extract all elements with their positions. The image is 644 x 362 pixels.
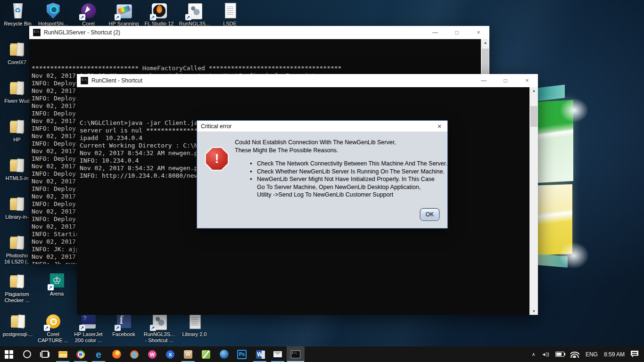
notepadpp-icon[interactable]	[197, 346, 215, 362]
scroll-up-icon[interactable]: ▲	[481, 41, 489, 45]
wifi-warning-icon[interactable]: ⚠	[570, 351, 579, 358]
desktop-top-row: ↗ Recycle Bin ↗ HotspotShi... ↗ Corel	[0, 2, 248, 27]
scrollbar-thumb[interactable]	[530, 106, 537, 127]
ok-button[interactable]: OK	[420, 208, 439, 221]
shortcut-arrow-icon: ↗	[150, 325, 156, 331]
taskbar-item-glyph	[201, 349, 211, 360]
desktop-icon-postgresql[interactable]: ↗ postgresql-...	[0, 313, 35, 344]
shortcut-arrow-icon: ↗	[48, 284, 54, 290]
chrome-icon[interactable]	[72, 346, 90, 362]
desktop-icon-corel-capture[interactable]: ↗ Corel CAPTURE ...	[35, 313, 71, 344]
desktop-icon-art: ↗	[80, 313, 98, 330]
desktop-icon-art: ↗	[8, 195, 26, 213]
desktop-icon-hp-scanning[interactable]: ↗ HP Scanning	[106, 2, 141, 27]
taskview-icon[interactable]	[36, 346, 54, 362]
firefox-icon[interactable]	[107, 346, 125, 362]
mail-icon[interactable]	[269, 346, 287, 362]
desktop-icon-facebook[interactable]: ↗ Facebook	[106, 313, 141, 344]
dialog-reason-line: ● Utility ->Send Log To NewGenLib Custom…	[250, 191, 447, 199]
thunderbird-icon[interactable]	[215, 346, 233, 362]
shortcut-arrow-icon: ↗	[79, 14, 85, 20]
shortcut-arrow-icon: ↗	[185, 14, 191, 20]
desktop-icon-label: Photosho 16 LS20 (..	[4, 253, 30, 265]
desktop-icon-label: RunNGL3S... - Shortcut ...	[144, 331, 174, 344]
edge-icon[interactable]	[90, 346, 107, 362]
taskbar-item-glyph	[219, 349, 229, 360]
desktop-icon-label: HP LaserJet 200 color ...	[74, 331, 102, 344]
desktop-icon-label: Library 2.0	[182, 331, 207, 337]
x-app-icon[interactable]	[161, 346, 179, 362]
cmd-icon[interactable]	[287, 346, 305, 362]
desktop-icon-lsde[interactable]: ↗ LSDE	[212, 2, 248, 27]
close-button[interactable]: ×	[516, 74, 538, 87]
dialog-reason-text: Check Whether NewGenLib Server Is Runnin…	[257, 168, 445, 176]
language-indicator[interactable]: ENG	[586, 351, 598, 358]
taskbar: ∧ ◄)) ⚠ ENG 8:59 AM	[0, 346, 644, 362]
action-center-icon[interactable]	[631, 351, 638, 358]
wamp-icon[interactable]	[143, 346, 161, 362]
server-window-titlebar[interactable]: RunNGL3Server - Shortcut (2) — □ ×	[29, 26, 489, 39]
desktop-arena-slot: ↗ Arena	[39, 272, 74, 297]
desktop-icon-plagiarism-checker[interactable]: ↗ Plagiarism Checker ...	[0, 272, 34, 311]
desktop-icon-fl-studio[interactable]: ↗ FL Studio 12	[141, 2, 177, 27]
battery-icon[interactable]	[555, 352, 564, 357]
dialog-reason-text: Go To Server Machine, Open NewGenLib Des…	[257, 183, 421, 191]
close-button[interactable]: ×	[468, 26, 489, 39]
desktop-icon-art: ↗	[221, 2, 239, 20]
minimize-button[interactable]: —	[424, 26, 446, 39]
desktop-icon-art: ↗	[8, 156, 26, 174]
desktop-icon-runngl3server[interactable]: ↗ RunNGL3S...	[177, 2, 212, 27]
cmd-window-icon	[81, 77, 88, 84]
taskbar-item-glyph	[129, 349, 140, 360]
dialog-close-button[interactable]: ×	[434, 123, 445, 130]
desktop-icon-label: Fiverr Wud	[4, 98, 30, 104]
desktop-icon-art: ↗	[150, 2, 168, 20]
client-window-controls: — □ ×	[473, 74, 538, 87]
exclamation-glyph: !	[215, 152, 219, 165]
wallpaper-glow-top	[554, 93, 594, 127]
maximize-button[interactable]: □	[495, 74, 516, 87]
file-explorer-icon[interactable]	[54, 346, 72, 362]
bullet-icon: ●	[250, 160, 257, 168]
taskbar-item-glyph	[58, 349, 68, 360]
photoshop-icon[interactable]	[233, 346, 251, 362]
client-window-titlebar[interactable]: RunClient - Shortcut — □ ×	[77, 74, 538, 87]
minimize-button[interactable]: —	[473, 74, 495, 87]
desktop-icon-art: ↗	[8, 79, 26, 97]
desktop-icon-hp-laserjet[interactable]: ↗ HP LaserJet 200 color ...	[71, 313, 106, 344]
dialog-reason-line: ● Go To Server Machine, Open NewGenLib D…	[250, 183, 447, 191]
desktop-icon-arena[interactable]: ↗ Arena	[39, 272, 74, 297]
desktop-icon-corel[interactable]: ↗ Corel	[71, 2, 106, 27]
taskbar-item-glyph	[272, 349, 283, 360]
bullet-icon: ●	[250, 168, 257, 176]
desktop-icon-label: postgresql-...	[3, 331, 33, 337]
word-icon[interactable]	[251, 346, 269, 362]
desktop-icon-art: ↗	[150, 313, 168, 330]
dialog-titlebar[interactable]: Critical error ×	[197, 121, 447, 132]
taskbar-item-glyph	[165, 349, 175, 360]
taskbar-item-glyph	[255, 349, 265, 360]
client-scrollbar[interactable]: ▲ ▼	[529, 87, 538, 315]
flame-browser-icon[interactable]	[125, 346, 143, 362]
clock[interactable]: 8:59 AM	[604, 351, 625, 358]
scroll-up-icon[interactable]: ▲	[530, 89, 538, 93]
tray-chevron-up-icon[interactable]: ∧	[532, 352, 535, 357]
desktop-icon-runngl3s-shortcut[interactable]: ↗ RunNGL3S... - Shortcut ...	[141, 313, 177, 344]
client-window-title: RunClient - Shortcut	[91, 77, 142, 84]
volume-icon[interactable]: ◄))	[541, 352, 549, 357]
search-icon[interactable]	[18, 346, 36, 362]
desktop-icon-recycle-bin[interactable]: ↗ Recycle Bin	[0, 2, 35, 27]
maximize-button[interactable]: □	[446, 26, 468, 39]
start-button[interactable]	[0, 346, 18, 362]
desktop-icon-library-2-0[interactable]: ↗ Library 2.0	[177, 313, 212, 344]
desktop-icon-label: HTML5-in	[6, 175, 28, 181]
taskbar-item-glyph	[147, 349, 157, 360]
scroll-down-icon[interactable]: ▼	[530, 309, 538, 313]
scrollbar-thumb[interactable]	[482, 49, 489, 76]
taskbar-item-glyph	[183, 349, 193, 360]
wordweb-icon[interactable]	[179, 346, 197, 362]
desktop-icon-label: Facebook	[112, 331, 135, 337]
desktop-icon-hotspotshield[interactable]: ↗ HotspotShi...	[35, 2, 71, 27]
desktop-icon-art: ↗	[9, 313, 27, 330]
desktop-icon-art: ↗	[80, 2, 98, 20]
